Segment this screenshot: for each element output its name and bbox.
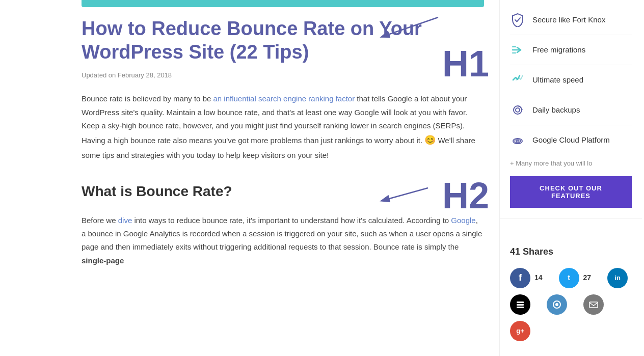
gplus-button[interactable]: g+ xyxy=(510,321,530,341)
cta-button[interactable]: CHECK OUT OUR FEATURES xyxy=(510,176,632,208)
cloud-icon xyxy=(510,132,525,148)
svg-rect-12 xyxy=(589,302,598,308)
backup-icon xyxy=(510,102,525,118)
header-image-bar xyxy=(82,0,484,7)
migration-icon xyxy=(510,42,525,58)
emoji-smile: 😊 xyxy=(424,135,436,145)
social-section: 41 Shares f 14 t 27 in xyxy=(500,234,642,352)
share-icon-button[interactable] xyxy=(547,294,567,315)
twitter-count: 27 xyxy=(583,272,592,284)
article-body-paragraph: Bounce rate is believed by many to be an… xyxy=(82,92,484,162)
facebook-button[interactable]: f xyxy=(510,268,530,288)
svg-rect-7 xyxy=(517,302,524,303)
svg-point-11 xyxy=(555,303,558,306)
feature-label-cloud: Google Cloud Platform xyxy=(532,133,610,147)
speed-icon xyxy=(510,72,525,88)
main-content: How to Reduce Bounce Rate on Your WordPr… xyxy=(0,0,499,356)
h2-paragraph: Before we dive into ways to reduce bounc… xyxy=(82,214,484,267)
feature-item-backups: Daily backups xyxy=(510,95,632,125)
feature-item-cloud: Google Cloud Platform xyxy=(510,125,632,155)
feature-label-secure: Secure like Fort Knox xyxy=(532,13,605,26)
shares-title: 41 Shares xyxy=(510,244,632,260)
facebook-share: f 14 xyxy=(510,268,543,288)
svg-rect-9 xyxy=(517,307,524,308)
google-link[interactable]: Google xyxy=(451,216,475,225)
svg-rect-8 xyxy=(517,304,524,306)
feature-item-secure: Secure like Fort Knox xyxy=(510,5,632,35)
dive-link[interactable]: dive xyxy=(118,216,132,225)
feature-item-migrations: Free migrations xyxy=(510,35,632,65)
buffer-button[interactable] xyxy=(510,294,530,315)
sidebar-features: Secure like Fort Knox Free migrations xyxy=(500,0,642,218)
single-page-bold: single-page xyxy=(82,256,124,265)
article-meta: Updated on February 28, 2018 xyxy=(82,70,489,81)
linkedin-share: in xyxy=(607,268,628,288)
feature-label-backups: Daily backups xyxy=(532,103,580,117)
h2-body-text: Before we dive into ways to reduce bounc… xyxy=(82,214,484,267)
feature-label-speed: Ultimate speed xyxy=(532,73,583,87)
h2-section: What is Bounce Rate? H2 Before we dive i… xyxy=(82,177,489,267)
twitter-button[interactable]: t xyxy=(559,268,579,288)
social-row-1: f 14 t 27 in xyxy=(510,268,632,288)
sidebar: Secure like Fort Knox Free migrations xyxy=(499,0,642,356)
feature-label-migrations: Free migrations xyxy=(532,43,585,57)
h2-arrow-icon xyxy=(377,183,438,208)
body-text-1: Bounce rate is believed by many to be an… xyxy=(82,92,484,162)
h1-arrow-icon xyxy=(372,12,448,43)
twitter-share: t 27 xyxy=(559,268,592,288)
page-wrapper: How to Reduce Bounce Rate on Your WordPr… xyxy=(0,0,644,356)
social-row-3: g+ xyxy=(510,321,632,341)
feature-item-speed: Ultimate speed xyxy=(510,65,632,95)
facebook-count: 14 xyxy=(534,272,543,284)
h1-badge: H1 xyxy=(442,33,489,95)
h2-title: What is Bounce Rate? xyxy=(82,179,377,204)
more-features-text: + Many more that you will lo xyxy=(510,155,632,176)
social-row-2 xyxy=(510,294,632,315)
influential-link[interactable]: an influential search engine ranking fac… xyxy=(213,94,355,103)
h2-badge: H2 xyxy=(442,177,489,214)
shield-icon xyxy=(510,12,525,28)
envelope-button[interactable] xyxy=(583,294,604,315)
linkedin-button[interactable]: in xyxy=(607,268,628,288)
svg-point-3 xyxy=(516,108,520,112)
h1-annotation: How to Reduce Bounce Rate on Your WordPr… xyxy=(82,17,489,70)
svg-line-1 xyxy=(382,188,428,201)
svg-line-0 xyxy=(382,17,438,37)
svg-point-6 xyxy=(516,141,519,142)
